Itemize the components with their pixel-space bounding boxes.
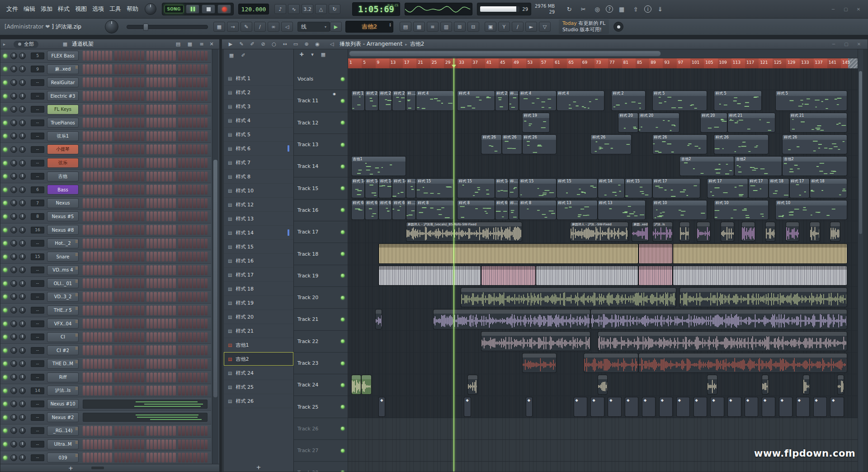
step-cell[interactable] (98, 51, 105, 61)
step-cell[interactable] (122, 51, 129, 61)
step-cell[interactable] (137, 345, 144, 355)
step-cell[interactable] (137, 64, 144, 74)
step-cell[interactable] (169, 278, 176, 288)
slice-icon[interactable]: ∕ (254, 22, 266, 32)
step-cell[interactable] (178, 131, 185, 141)
step-cell[interactable] (178, 345, 185, 355)
mixer-toggle-icon[interactable]: ▥ (440, 22, 452, 32)
step-cell[interactable] (146, 131, 153, 141)
track-led[interactable] (341, 318, 344, 321)
recording-countdown-icon[interactable]: 3.2 (302, 4, 313, 14)
clipboard-icon[interactable]: ▣ (485, 22, 496, 32)
step-cell[interactable] (193, 158, 200, 168)
step-cell[interactable] (130, 453, 137, 462)
channel-volume-knob[interactable] (19, 213, 26, 220)
step-cell[interactable] (193, 64, 200, 74)
clip-pattern[interactable]: 样式 4 (519, 91, 556, 110)
step-cell[interactable] (169, 386, 176, 396)
track-led[interactable] (341, 208, 344, 212)
track-led[interactable] (341, 339, 344, 343)
step-cell[interactable] (201, 64, 208, 74)
step-cell[interactable] (154, 426, 160, 436)
channel-volume-knob[interactable] (19, 374, 26, 381)
channel-button[interactable]: 吉他 (47, 172, 79, 181)
step-cell[interactable] (178, 453, 185, 462)
step-cell[interactable] (105, 77, 112, 87)
step-cell[interactable] (186, 332, 193, 342)
channel-pan-knob[interactable] (10, 133, 17, 139)
step-cell[interactable] (146, 198, 153, 208)
step-cell[interactable] (186, 319, 193, 329)
step-cell[interactable] (137, 158, 144, 168)
clip-pattern[interactable]: 样式 17 (653, 179, 700, 198)
step-cell[interactable] (161, 278, 168, 288)
step-cell[interactable] (169, 172, 176, 181)
channel-volume-knob[interactable] (19, 52, 26, 59)
clip-pattern[interactable]: 样式 8 (458, 200, 494, 219)
step-cell[interactable] (161, 77, 168, 87)
clip-pattern[interactable]: 样...16 (509, 179, 519, 198)
step-cell[interactable] (114, 51, 121, 61)
step-cell[interactable] (114, 91, 121, 101)
play-tool-icon[interactable]: ▶ (226, 40, 236, 48)
track-led[interactable] (341, 77, 344, 81)
step-cell[interactable] (98, 118, 105, 128)
step-cell[interactable] (154, 386, 160, 396)
basket-icon[interactable]: ▽ (539, 22, 551, 32)
step-cell[interactable] (186, 345, 193, 355)
step-cell[interactable] (122, 172, 129, 181)
step-cell[interactable] (83, 372, 90, 382)
step-cell[interactable] (130, 345, 137, 355)
clip-audio[interactable] (598, 332, 847, 351)
step-cell[interactable] (161, 211, 168, 221)
step-cell[interactable] (201, 453, 208, 462)
step-cell[interactable] (193, 185, 200, 195)
step-cell[interactable] (130, 332, 137, 342)
step-cell[interactable] (137, 278, 144, 288)
step-cell[interactable] (114, 386, 121, 396)
step-cell[interactable] (178, 105, 185, 114)
channel-pan-knob[interactable] (10, 360, 17, 367)
step-cell[interactable] (130, 185, 137, 195)
step-cell[interactable] (154, 131, 160, 141)
clip-audio[interactable] (481, 332, 590, 351)
step-cell[interactable] (90, 359, 97, 369)
picker-add-button[interactable]: + (224, 464, 293, 471)
channel-mute-led[interactable] (3, 174, 7, 178)
track-header[interactable]: Vocals (294, 68, 348, 90)
step-cell[interactable] (90, 158, 97, 168)
track-led[interactable] (341, 99, 344, 103)
step-cell[interactable] (154, 185, 160, 195)
pattern-item[interactable]: ▤样式 20 (224, 310, 293, 324)
clip-pattern[interactable]: 样...7 (406, 200, 416, 219)
step-cell[interactable] (169, 345, 176, 355)
step-cell[interactable] (169, 332, 176, 342)
clip-pattern[interactable]: 样式 2 (612, 91, 645, 110)
step-cell[interactable] (193, 77, 200, 87)
delete-tool-icon[interactable]: ⊘ (258, 40, 268, 48)
step-cell[interactable] (186, 265, 193, 275)
clip-pattern[interactable]: 样式 2 (379, 91, 392, 110)
clip-auto[interactable]: ◆ (779, 397, 792, 416)
cut-tool-icon[interactable]: ✂ (578, 4, 589, 14)
step-cell[interactable] (83, 278, 90, 288)
channel-volume-knob[interactable] (19, 133, 26, 139)
step-cell[interactable] (137, 144, 144, 154)
step-cell[interactable] (83, 225, 90, 235)
step-cell[interactable] (178, 439, 185, 449)
step-cell[interactable] (105, 51, 112, 61)
step-cell[interactable] (137, 225, 144, 235)
channel-mute-led[interactable] (3, 415, 7, 420)
clip-pattern[interactable]: 样式 19 (523, 113, 549, 132)
clip-pattern[interactable]: 样式 14 (379, 179, 392, 198)
step-cell[interactable] (130, 305, 137, 315)
clip-auto[interactable]: ◆ (625, 397, 638, 416)
step-cell[interactable] (193, 292, 200, 302)
clip-audio[interactable]: 麻园诗人 - 泸沽..-SW-Fixed (571, 222, 628, 241)
step-cell[interactable] (130, 211, 137, 221)
step-cell[interactable] (130, 292, 137, 302)
track-header[interactable]: Track 18 (294, 243, 348, 265)
step-cell[interactable] (169, 77, 176, 87)
step-cell[interactable] (122, 345, 129, 355)
step-cell[interactable] (122, 77, 129, 87)
